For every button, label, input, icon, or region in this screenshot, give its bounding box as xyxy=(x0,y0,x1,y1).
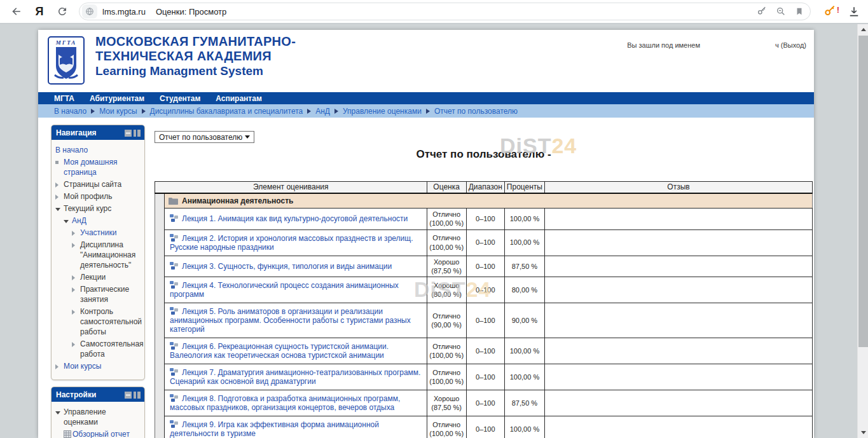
breadcrumb-link[interactable]: АнД xyxy=(315,107,330,116)
grade-item-link[interactable]: Лекция 6. Рекреационная сущность туристс… xyxy=(170,342,389,360)
grade-word: Отлично xyxy=(429,420,465,429)
dock-block-icon[interactable] xyxy=(134,392,141,399)
report-type-select[interactable]: Отчет по пользователю xyxy=(155,131,254,143)
breadcrumb-link[interactable]: Мои курсы xyxy=(99,107,137,116)
sidebar-item[interactable]: Участники xyxy=(55,228,142,238)
logout-link[interactable]: ч (Выход) xyxy=(775,41,806,49)
feedback-cell xyxy=(545,209,813,230)
dock-block-icon[interactable] xyxy=(134,130,141,137)
collapse-block-icon[interactable] xyxy=(125,130,132,137)
breadcrumb-link[interactable]: Управление оценками xyxy=(343,107,422,116)
grade-cell: Отлично(100,00 %) xyxy=(427,338,466,364)
grade-item-row: Лекция 2. История и хронология массовых … xyxy=(155,229,813,256)
grade-item-link[interactable]: Лекция 8. Подготовка и разработка анимац… xyxy=(170,394,400,412)
tree-collapsed-icon[interactable] xyxy=(72,342,75,347)
tree-collapsed-icon[interactable] xyxy=(55,364,59,369)
login-prefix: Вы зашли под именем xyxy=(627,41,700,49)
tree-collapsed-icon[interactable] xyxy=(55,182,59,188)
sidebar-item[interactable]: Лекции xyxy=(55,272,142,282)
mgta-logo: МГТА xyxy=(48,36,85,85)
scroll-up-button[interactable] xyxy=(858,24,868,35)
breadcrumb-link[interactable]: Отчет по пользователю xyxy=(434,107,518,116)
grade-item-row: Лекция 5. Роль аниматоров в организации … xyxy=(155,303,813,338)
tree-collapsed-icon[interactable] xyxy=(72,310,75,315)
sidebar-item-label: Самостоятельная работа xyxy=(80,339,144,359)
grade-word: Отлично xyxy=(429,210,465,219)
sidebar-item[interactable]: Мои курсы xyxy=(55,361,142,371)
grade-cell: Отлично(90,00 %) xyxy=(427,303,466,338)
sidebar-item-label: АнД xyxy=(72,216,142,226)
tree-collapsed-icon[interactable] xyxy=(55,195,59,200)
navbar-item-1[interactable]: Абитуриентам xyxy=(90,94,144,103)
collapse-block-icon[interactable] xyxy=(125,392,132,399)
sidebar-item[interactable]: АнД xyxy=(55,216,142,226)
settings-block: Настройки Управление оценкамиОбзорный от… xyxy=(51,387,145,438)
category-row: Анимационная деятельность xyxy=(155,193,813,209)
sidebar-item[interactable]: Страницы сайта xyxy=(55,179,142,189)
grade-word: Отлично xyxy=(429,342,465,351)
lesson-icon xyxy=(170,214,178,222)
app-window: Я lms.mgta.ru Оценки: Просмотр xyxy=(0,0,868,438)
lesson-icon xyxy=(170,342,178,350)
grade-item-link[interactable]: Лекция 1. Анимация как вид культурно-дос… xyxy=(182,214,408,223)
sidebar-item[interactable]: Контроль самостоятельной работы xyxy=(55,306,142,337)
breadcrumb-link[interactable]: Дисциплины бакалавриата и специалитета xyxy=(150,107,303,116)
back-button[interactable] xyxy=(8,3,25,20)
col-header-feedback: Отзыв xyxy=(545,182,813,194)
refresh-button[interactable] xyxy=(53,3,71,20)
sidebar-item[interactable]: Управление оценками xyxy=(55,407,142,427)
navbar-item-3[interactable]: Аспирантам xyxy=(216,94,262,103)
item-name-cell: Лекция 6. Рекреационная сущность туристс… xyxy=(165,338,427,364)
grade-item-link[interactable]: Лекция 4. Технологический процесс создан… xyxy=(170,281,399,299)
lesson-icon xyxy=(170,234,178,242)
scroll-down-button[interactable] xyxy=(858,427,868,438)
grade-item-link[interactable]: Лекция 5. Роль аниматоров в организации … xyxy=(170,307,411,334)
sidebar-item[interactable]: В начало xyxy=(55,145,142,155)
grade-item-link[interactable]: Лекция 3. Сущность, функция, типология и… xyxy=(182,262,392,271)
grade-item-link[interactable]: Лекция 9. Игра как эффективная форма ани… xyxy=(170,420,379,438)
sidebar-item[interactable]: Мой профиль xyxy=(55,191,142,202)
grade-cell: Отлично(100,00 %) xyxy=(427,209,466,230)
site-globe-chip[interactable] xyxy=(82,4,97,18)
sidebar-item[interactable]: Дисциплина "Анимационная деятельность" xyxy=(55,240,142,270)
zoom-out-icon[interactable] xyxy=(776,6,786,17)
range-cell: 0–100 xyxy=(466,416,504,438)
sidebar-item[interactable]: Текущий курс xyxy=(55,203,142,214)
breadcrumb-link[interactable]: В начало xyxy=(54,107,86,116)
grade-pct: (100,00 %) xyxy=(429,429,465,438)
tree-expanded-icon[interactable] xyxy=(64,220,69,223)
sidebar-item-label: Управление оценками xyxy=(64,407,142,427)
navbar-item-2[interactable]: Студентам xyxy=(160,94,200,103)
sidebar-item-label: Обзорный отчет xyxy=(72,429,142,438)
grade-report-table: Элемент оценивания Оценка Диапазон Проце… xyxy=(155,181,813,438)
sidebar-item[interactable]: Обзорный отчет xyxy=(55,429,142,438)
grade-pct: (90,00 %) xyxy=(429,320,465,329)
address-bar[interactable]: lms.mgta.ru Оценки: Просмотр xyxy=(79,3,811,20)
tree-expanded-icon[interactable] xyxy=(55,411,60,414)
tree-collapsed-icon[interactable] xyxy=(72,275,75,280)
bookmark-icon[interactable] xyxy=(795,6,804,17)
academy-title: МОСКОВСКАЯ ГУМАНИТАРНО- ТЕХНИЧЕСКАЯ АКАД… xyxy=(95,34,296,78)
grade-item-link[interactable]: Лекция 2. История и хронология массовых … xyxy=(170,234,413,252)
lesson-icon xyxy=(170,281,178,289)
grade-pct: (100,00 %) xyxy=(429,377,465,386)
yandex-browser-button[interactable]: Я xyxy=(31,3,48,20)
navigation-block-header: Навигация xyxy=(52,125,144,140)
key-icon[interactable] xyxy=(757,6,767,17)
lesson-icon xyxy=(170,420,178,428)
scrollbar-thumb[interactable] xyxy=(858,36,868,347)
tree-expanded-icon[interactable] xyxy=(55,208,60,211)
grade-item-link[interactable]: Лекция 7. Драматургия анимационно-театра… xyxy=(170,368,420,386)
back-icon xyxy=(10,5,23,18)
window-scrollbar[interactable] xyxy=(857,24,868,438)
grade-pct: (100,00 %) xyxy=(429,243,465,252)
password-alert-icon[interactable]: ! xyxy=(823,5,836,18)
sidebar-item[interactable]: Моя домашняя страница xyxy=(55,157,142,177)
navbar-item-0[interactable]: МГТА xyxy=(54,94,74,103)
sidebar-item[interactable]: Практические занятия xyxy=(55,284,142,305)
tree-collapsed-icon[interactable] xyxy=(72,231,75,236)
tree-collapsed-icon[interactable] xyxy=(72,243,75,248)
download-icon[interactable] xyxy=(848,5,860,18)
sidebar-item[interactable]: Самостоятельная работа xyxy=(55,339,142,359)
tree-collapsed-icon[interactable] xyxy=(72,287,75,292)
